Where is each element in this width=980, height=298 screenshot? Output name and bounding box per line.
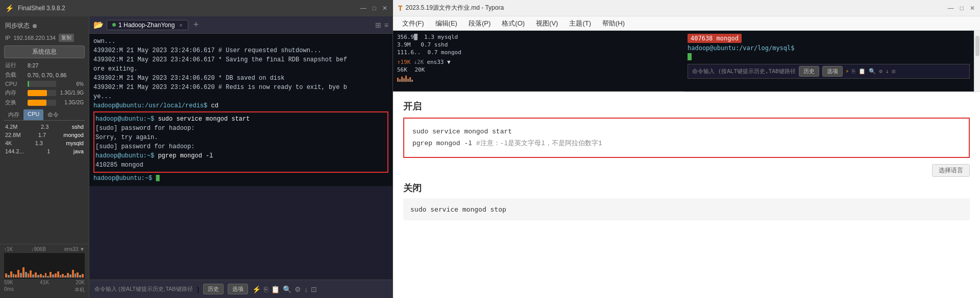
close-button[interactable]: ✕ [382,5,387,12]
tab-memory[interactable]: 内存 [4,109,23,120]
term-line: [sudo] password for hadoop: [95,142,386,151]
terminal-menu-icon[interactable]: ≡ [384,21,388,29]
typora-menubar: 文件(F) 编辑(E) 段落(P) 格式(O) 视图(V) 主题(T) 帮助(H… [393,16,980,31]
load-row: 负载 0.70, 0.70, 0.86 [0,70,89,80]
menu-file[interactable]: 文件(F) [397,17,429,30]
terminal-content-wrapper: own... 439302:M 21 May 2023 23:24:06.617… [89,34,393,280]
finalshell-window-controls[interactable]: — □ ✕ [360,5,387,12]
load-label: 负载 [5,71,26,79]
paste-icon[interactable]: 📋 [271,285,280,293]
lightning-icon[interactable]: ⚡ [252,285,261,293]
net-bar [20,273,22,278]
mem-value: 1.3G/1.9G [58,90,84,96]
list-item: 4K 1.3 mysqld [0,139,89,147]
strip-max-icon[interactable]: ⊡ [892,68,895,75]
strip-bar [405,76,407,82]
net-bar [30,270,32,278]
code-line-1: sudo service mongod start [412,126,961,137]
net-bar [25,272,27,278]
tab-command[interactable]: 命令 [43,109,63,120]
net-bar [72,270,74,278]
code-comment: #注意：-l是英文字母l，不是阿拉伯数字1 [476,140,602,147]
terminal-content[interactable]: own... 439302:M 21 May 2023 23:24:06.617… [89,34,393,186]
runtime-label: 运行 [5,61,26,69]
strip-bar [409,77,411,82]
grid-view-icon[interactable]: ⊞ [375,21,381,29]
net-bar [22,267,24,278]
finalshell-icon: ⚡ [5,4,14,12]
proc-cpu: 2.3 [41,124,48,130]
strip-search-icon[interactable]: 🔍 [869,68,876,75]
finalshell-title: FinalShell 3.9.8.2 [18,5,65,12]
download-icon[interactable]: ↓ [304,285,308,293]
add-tab-button[interactable]: + [193,19,199,30]
lang-select-button[interactable]: 选择语言 [932,164,970,177]
strip-history-button[interactable]: 历史 [799,66,819,77]
strip-net-vals: 56K 20K [397,66,679,73]
maximize-terminal-icon[interactable]: ⊡ [311,285,317,293]
typora-window-controls[interactable]: — □ ✕ [948,5,975,12]
strip-lightning-icon[interactable]: ⚡ [846,68,849,75]
code-block-open: sudo service mongod start pgrep mongod -… [403,118,970,158]
settings-icon[interactable]: ⚙ [295,285,301,293]
ip-value: 192.168.220.134 [13,35,56,41]
strip-arrow-icon[interactable]: ↓ [886,68,889,75]
copy-ip-button[interactable]: 复制 [59,34,74,42]
net-bar [5,273,7,278]
net-bar [50,272,52,278]
net-bar [8,275,10,278]
menu-theme[interactable]: 主题(T) [564,17,596,30]
typora-close-button[interactable]: ✕ [970,5,975,12]
menu-view[interactable]: 视图(V) [531,17,563,30]
menu-edit[interactable]: 编辑(E) [430,17,462,30]
minimize-button[interactable]: — [360,5,366,12]
typora-maximize-button[interactable]: □ [960,5,964,12]
strip-paste-icon[interactable]: 📋 [859,68,866,75]
mem-stat-row: 内存 1.3G/1.9G [0,88,89,98]
tab-cpu[interactable]: CPU [23,109,43,120]
menu-format[interactable]: 格式(O) [497,17,530,30]
net-iface-label[interactable]: ens33 ▼ [64,246,85,252]
term-line: 410285 mongod [95,161,386,170]
folder-icon[interactable]: 📂 [93,20,104,30]
menu-help[interactable]: 帮助(H) [597,17,630,30]
proc-mem: 144.2... [5,148,24,154]
tab-close-button[interactable]: × [179,22,182,28]
runtime-row: 运行 8:27 [0,60,89,70]
list-item: 144.2... 1 java [0,147,89,155]
search-icon[interactable]: 🔍 [283,285,291,293]
net-iface-strip[interactable]: ens33 ▼ [427,59,450,65]
mem-stat-label: 内存 [5,89,26,97]
select-button[interactable]: 选项 [228,284,248,294]
strip-copy-icon[interactable]: ⎘ [852,68,855,75]
typora-minimize-button[interactable]: — [948,5,954,12]
terminal-redbox: hadoop@ubuntu:~$ sudo service mongod sta… [93,111,388,173]
right-scrollbar[interactable] [974,31,980,91]
menu-paragraph[interactable]: 段落(P) [463,17,496,30]
sidebar-bottom: 0ms 本机 [0,285,89,295]
cmd-paren-label: ) [197,285,199,293]
code-block-close: sudo service mongod stop [403,198,970,220]
runtime-value: 8:27 [28,62,38,68]
swap-bar-fill [28,100,46,106]
term-line: Sorry, try again. [95,133,386,142]
list-item: 4.2M 2.3 sshd [0,123,89,131]
net-bar [55,273,57,278]
strip-gear-icon[interactable]: ⚙ [879,68,883,75]
swap-stat-label: 交换 [5,99,26,106]
history-button[interactable]: 历史 [203,284,224,294]
strip-bar [397,78,399,82]
copy-icon[interactable]: ⎘ [264,285,268,293]
terminal-strip: 356.9▓ 1.3 mysqld 3.9M 0.7 sshd 111.6.. … [393,31,683,91]
net-bar [52,274,54,278]
maximize-button[interactable]: □ [373,5,376,12]
sys-info-button[interactable]: 系统信息 [4,45,85,58]
strip-select-button[interactable]: 选项 [822,66,843,77]
scrollbar-thumb[interactable] [975,36,979,56]
typora-title: 2023.5.19源文件大作业.md - Typora [406,4,504,12]
net-bar [45,273,47,278]
typora-main-content[interactable]: 开启 sudo service mongod start pgrep mongo… [393,92,980,298]
terminal-tab[interactable]: 1 Hadoop-ZhanYong × [107,20,188,30]
process-list: 4.2M 2.3 sshd 22.8M 1.7 mongod 4K 1.3 my… [0,122,89,244]
finalshell-window: ⚡ FinalShell 3.9.8.2 — □ ✕ 同步状态 IP 192.1… [0,0,393,298]
